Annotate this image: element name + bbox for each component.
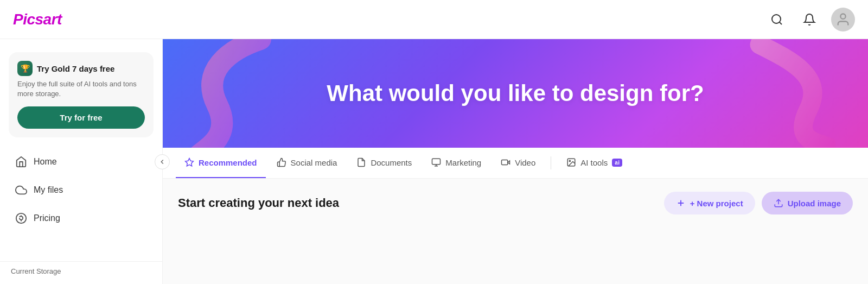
tab-video[interactable]: Video bbox=[492, 148, 544, 178]
storage-label: Current Storage bbox=[11, 267, 151, 275]
sidebar-nav: Home My files Pricing bbox=[0, 148, 162, 232]
tab-recommended-label: Recommended bbox=[199, 158, 257, 167]
sidebar-collapse-button[interactable] bbox=[155, 154, 170, 169]
sidebar-pricing-label: Pricing bbox=[34, 213, 60, 223]
tab-divider bbox=[551, 156, 551, 169]
tab-recommended[interactable]: Recommended bbox=[176, 148, 266, 178]
gold-card-title: Try Gold 7 days free bbox=[37, 64, 114, 73]
gold-promo-card: 🏆 Try Gold 7 days free Enjoy the full su… bbox=[9, 52, 154, 137]
header-actions bbox=[766, 8, 855, 31]
search-button[interactable] bbox=[766, 9, 788, 30]
tab-social-media-label: Social media bbox=[291, 158, 337, 167]
content-area: Start creating your next idea + New proj… bbox=[163, 179, 868, 236]
tab-ai-tools[interactable]: AI tools ai bbox=[558, 148, 631, 178]
profile-avatar[interactable] bbox=[831, 8, 855, 31]
ai-badge: ai bbox=[612, 159, 622, 167]
marketing-icon bbox=[431, 157, 441, 167]
tab-video-label: Video bbox=[515, 158, 535, 167]
sidebar-footer: Current Storage bbox=[0, 261, 162, 284]
notifications-button[interactable] bbox=[799, 9, 820, 30]
logo: Picsart bbox=[13, 11, 62, 28]
video-icon bbox=[501, 157, 510, 167]
svg-line-1 bbox=[780, 22, 782, 24]
chevron-left-icon bbox=[158, 158, 166, 166]
tab-marketing[interactable]: Marketing bbox=[423, 148, 490, 178]
bell-icon bbox=[803, 13, 816, 26]
banner-decoration-right bbox=[749, 39, 835, 148]
action-buttons: + New project Upload image bbox=[664, 192, 853, 214]
content-header: Start creating your next idea + New proj… bbox=[178, 192, 853, 214]
section-title: Start creating your next idea bbox=[178, 196, 339, 210]
app-header: Picsart bbox=[0, 0, 868, 39]
hero-banner: What would you like to design for? bbox=[163, 39, 868, 148]
gold-icon: 🏆 bbox=[17, 61, 33, 76]
tab-ai-tools-label: AI tools bbox=[580, 158, 608, 167]
document-icon bbox=[356, 157, 366, 167]
sidebar: 🏆 Try Gold 7 days free Enjoy the full su… bbox=[0, 39, 163, 284]
sidebar-my-files-label: My files bbox=[34, 185, 63, 195]
cloud-icon bbox=[15, 184, 27, 196]
tab-social-media[interactable]: Social media bbox=[268, 148, 346, 178]
upload-icon bbox=[774, 198, 783, 208]
sidebar-home-label: Home bbox=[34, 157, 57, 167]
svg-rect-5 bbox=[432, 159, 441, 165]
tab-documents[interactable]: Documents bbox=[348, 148, 420, 178]
pricing-icon bbox=[15, 212, 27, 224]
home-icon bbox=[15, 156, 27, 168]
upload-label: Upload image bbox=[788, 199, 841, 208]
try-free-button[interactable]: Try for free bbox=[17, 106, 145, 129]
tab-marketing-label: Marketing bbox=[445, 158, 481, 167]
ai-image-icon bbox=[566, 157, 576, 167]
gold-card-header: 🏆 Try Gold 7 days free bbox=[17, 61, 145, 76]
banner-decoration-left bbox=[184, 39, 282, 148]
upload-image-button[interactable]: Upload image bbox=[762, 192, 853, 214]
sidebar-item-home[interactable]: Home bbox=[4, 148, 158, 175]
sidebar-item-pricing[interactable]: Pricing bbox=[4, 205, 158, 232]
banner-title: What would you like to design for? bbox=[327, 80, 704, 106]
svg-rect-8 bbox=[502, 160, 508, 165]
svg-point-3 bbox=[16, 213, 26, 223]
category-tabs: Recommended Social media Documents bbox=[163, 148, 868, 179]
user-icon bbox=[835, 12, 851, 27]
svg-point-2 bbox=[840, 14, 845, 18]
svg-marker-4 bbox=[186, 159, 194, 166]
new-project-label: + New project bbox=[690, 199, 743, 208]
sidebar-item-my-files[interactable]: My files bbox=[4, 176, 158, 204]
star-icon bbox=[184, 157, 194, 167]
main-layout: 🏆 Try Gold 7 days free Enjoy the full su… bbox=[0, 39, 868, 284]
tab-documents-label: Documents bbox=[371, 158, 412, 167]
new-project-button[interactable]: + New project bbox=[664, 192, 755, 214]
gold-card-description: Enjoy the full suite of AI tools and ton… bbox=[17, 79, 145, 99]
svg-point-0 bbox=[772, 15, 781, 23]
plus-icon bbox=[676, 198, 686, 208]
thumbs-up-icon bbox=[277, 157, 286, 167]
svg-point-11 bbox=[570, 160, 571, 161]
search-icon bbox=[770, 13, 783, 26]
main-content: What would you like to design for? Recom… bbox=[163, 39, 868, 284]
